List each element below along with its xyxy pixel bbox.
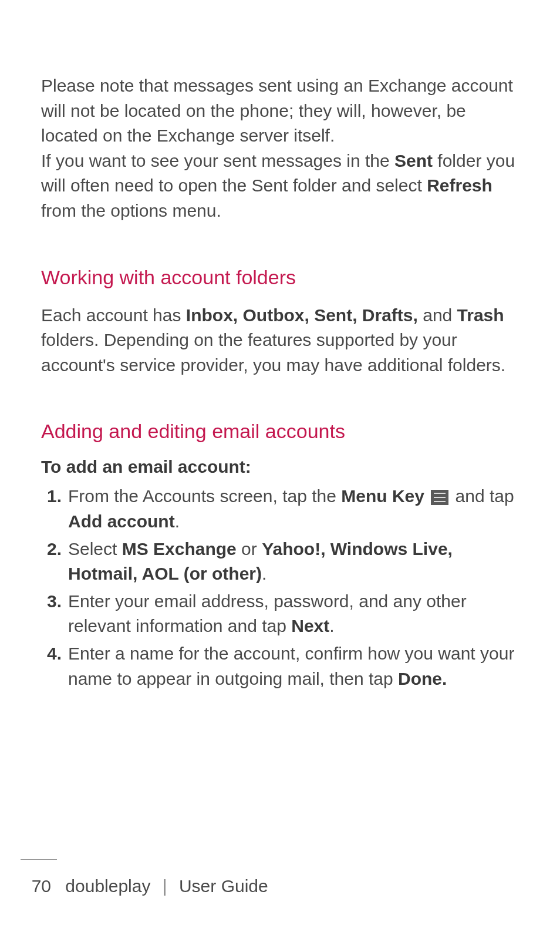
text-fragment: .	[175, 512, 180, 531]
list-item: 3. Enter your email address, password, a…	[41, 589, 519, 639]
bold-trash: Trash	[457, 305, 504, 325]
bold-ms-exchange: MS Exchange	[122, 539, 237, 559]
intro-paragraph-1: Please note that messages sent using an …	[41, 73, 519, 149]
footer-rule	[21, 859, 57, 860]
bold-done: Done.	[398, 669, 447, 688]
bold-menu-key: Menu Key	[341, 486, 424, 506]
step-number: 4.	[47, 641, 62, 667]
text-fragment: Each account has	[41, 305, 186, 325]
section-heading-accounts: Adding and editing email accounts	[41, 420, 519, 443]
step-number: 2.	[47, 537, 62, 562]
footer-doc-title: User Guide	[179, 876, 268, 896]
text-fragment: or	[237, 539, 262, 559]
text-fragment: Select	[68, 539, 122, 559]
footer-divider: |	[163, 876, 167, 896]
text-fragment: .	[329, 616, 334, 635]
list-item: 1. From the Accounts screen, tap the Men…	[41, 484, 519, 534]
text-fragment: folders. Depending on the features suppo…	[41, 330, 505, 375]
section-heading-folders: Working with account folders	[41, 266, 519, 289]
step-number: 3.	[47, 589, 62, 614]
text-fragment: and	[418, 305, 457, 325]
text-fragment: If you want to see your sent messages in…	[41, 151, 394, 170]
text-fragment: Enter your email address, password, and …	[68, 591, 467, 636]
bold-next: Next	[291, 616, 329, 635]
list-item: 4. Enter a name for the account, confirm…	[41, 641, 519, 691]
page-number: 70	[21, 876, 51, 896]
page-footer: 70 doubleplay | User Guide	[0, 859, 560, 896]
menu-icon	[431, 490, 448, 505]
list-item: 2. Select MS Exchange or Yahoo!, Windows…	[41, 537, 519, 587]
step-number: 1.	[47, 484, 62, 509]
text-fragment: and tap	[450, 486, 514, 506]
folders-paragraph: Each account has Inbox, Outbox, Sent, Dr…	[41, 303, 519, 378]
steps-list: 1. From the Accounts screen, tap the Men…	[41, 484, 519, 691]
page-content: Please note that messages sent using an …	[0, 0, 560, 691]
intro-paragraph-2: If you want to see your sent messages in…	[41, 149, 519, 224]
text-fragment: Enter a name for the account, confirm ho…	[68, 644, 514, 688]
text-fragment: From the Accounts screen, tap the	[68, 486, 341, 506]
footer-text: 70 doubleplay | User Guide	[21, 876, 560, 896]
bold-sent: Sent	[394, 151, 433, 170]
text-fragment: from the options menu.	[41, 201, 221, 220]
bold-add-account: Add account	[68, 512, 175, 531]
text-fragment: .	[262, 564, 266, 583]
subheading-add-account: To add an email account:	[41, 457, 519, 477]
footer-product: doubleplay	[65, 876, 150, 896]
bold-folders-list: Inbox, Outbox, Sent, Drafts,	[186, 305, 418, 325]
bold-refresh: Refresh	[427, 176, 492, 195]
